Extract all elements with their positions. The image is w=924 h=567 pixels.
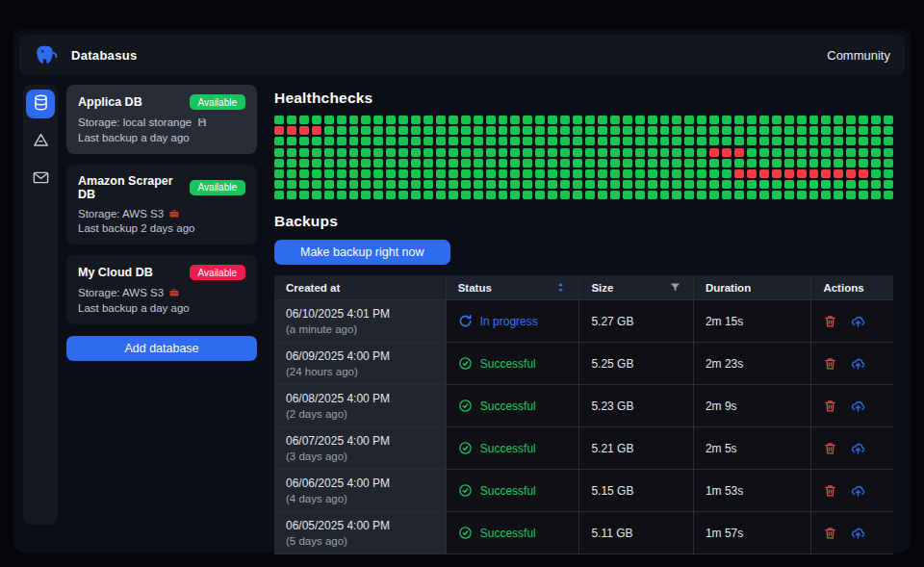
healthcheck-cell-ok: [846, 116, 856, 124]
healthcheck-cell-ok: [884, 148, 893, 157]
healthcheck-cell-ok: [797, 148, 807, 157]
healthcheck-cell-ok: [834, 191, 843, 199]
database-card[interactable]: Applica DBAvailableStorage: local storan…: [66, 85, 257, 154]
healthcheck-cell-ok: [672, 116, 681, 124]
healthcheck-cell-ok: [436, 148, 446, 157]
column-header-status[interactable]: Status: [446, 275, 579, 300]
healthcheck-cell-ok: [424, 116, 433, 124]
healthcheck-cell-ok: [373, 137, 383, 145]
healthcheck-cell-ok: [672, 126, 681, 135]
healthcheck-cell-ok: [287, 116, 296, 124]
healthcheck-cell-ok: [884, 191, 893, 199]
status-cell: Successful: [446, 343, 579, 385]
healthcheck-cell-ok: [722, 191, 732, 199]
size-cell: 5.11 GB: [579, 512, 693, 554]
check-circle-icon: [458, 356, 473, 371]
healthcheck-cell-ok: [274, 159, 284, 168]
healthcheck-cell-ok: [684, 180, 694, 189]
healthcheck-cell-ok: [424, 137, 433, 145]
healthcheck-cell-ok: [324, 126, 334, 135]
make-backup-button[interactable]: Make backup right now: [274, 240, 450, 265]
healthcheck-cell-ok: [722, 137, 732, 145]
healthcheck-cell-ok: [424, 126, 433, 135]
healthcheck-cell-ok: [461, 191, 471, 199]
healthcheck-cell-ok: [598, 148, 607, 157]
healthcheck-cell-ok: [697, 148, 706, 157]
availability-badge: Available: [190, 94, 245, 110]
healthcheck-cell-ok: [499, 169, 508, 178]
healthcheck-cell-ok: [312, 159, 321, 168]
healthcheck-cell-ok: [884, 159, 893, 168]
healthcheck-cell-ok: [623, 191, 632, 199]
healthcheck-cell-ok: [697, 180, 706, 189]
nav-community-link[interactable]: Community: [827, 48, 890, 63]
healthcheck-cell-ok: [784, 137, 794, 145]
healthcheck-cell-ok: [523, 137, 532, 145]
healthcheck-cell-ok: [411, 126, 421, 135]
healthcheck-cell-ok: [697, 137, 706, 145]
healthcheck-cell-ok: [312, 116, 321, 124]
trash-icon[interactable]: [823, 399, 837, 413]
backup-row: 06/06/2025 4:00 PM(4 days ago)Successful…: [274, 470, 893, 512]
healthcheck-cell-failed: [734, 169, 744, 178]
healthcheck-cell-ok: [411, 137, 421, 145]
healthcheck-cell-ok: [759, 126, 769, 135]
status-cell: Successful: [446, 385, 579, 427]
duration-cell: 2m 5s: [693, 427, 811, 470]
trash-icon[interactable]: [823, 526, 837, 540]
trash-icon[interactable]: [823, 441, 837, 455]
filter-funnel-icon[interactable]: [669, 281, 681, 294]
healthcheck-cell-ok: [684, 169, 694, 178]
healthcheck-cell-ok: [648, 159, 657, 168]
trash-icon[interactable]: [823, 483, 837, 498]
healthcheck-cell-ok: [809, 180, 819, 189]
healthcheck-cell-ok: [859, 116, 868, 124]
healthcheck-cell-ok: [635, 126, 645, 135]
database-name: Amazon Scraper DB: [78, 174, 190, 201]
healthcheck-cell-ok: [734, 180, 744, 189]
healthcheck-cell-ok: [560, 180, 570, 189]
healthcheck-cell-ok: [461, 126, 471, 135]
add-database-button[interactable]: Add database: [66, 336, 257, 361]
healthcheck-cell-ok: [859, 126, 868, 135]
cloud-upload-icon[interactable]: [851, 526, 865, 540]
cloud-upload-icon[interactable]: [851, 441, 865, 455]
healthcheck-cell-ok: [809, 191, 819, 199]
healthcheck-cell-ok: [585, 148, 595, 157]
healthcheck-cell-ok: [859, 191, 868, 199]
cloud-upload-icon[interactable]: [851, 399, 865, 413]
healthcheck-cell-ok: [585, 180, 595, 189]
rail-databases-button[interactable]: [26, 90, 55, 118]
rail-drive-button[interactable]: [26, 127, 55, 156]
rail-mail-button[interactable]: [26, 165, 55, 193]
healthcheck-cell-ok: [486, 159, 496, 168]
column-header-size[interactable]: Size: [579, 275, 693, 300]
cloud-upload-icon[interactable]: [851, 356, 865, 371]
healthcheck-cell-ok: [772, 191, 782, 199]
sort-arrows-icon[interactable]: [554, 281, 567, 294]
database-card[interactable]: My Cloud DBAvailableStorage: AWS S3Last …: [66, 255, 257, 324]
healthcheck-cell-ok: [684, 159, 694, 168]
database-card[interactable]: Amazon Scraper DBAvailableStorage: AWS S…: [66, 165, 257, 245]
cloud-upload-icon[interactable]: [851, 314, 865, 328]
healthcheck-cell-ok: [436, 137, 446, 145]
healthcheck-cell-ok: [499, 137, 508, 145]
trash-icon[interactable]: [823, 356, 837, 371]
healthcheck-cell-ok: [312, 191, 321, 199]
healthcheck-cell-ok: [821, 148, 831, 157]
healthchecks-grid: [274, 116, 893, 199]
healthcheck-cell-ok: [499, 148, 508, 157]
healthcheck-cell-ok: [859, 148, 868, 157]
trash-icon[interactable]: [823, 314, 837, 328]
healthcheck-cell-ok: [486, 191, 496, 199]
healthcheck-cell-ok: [697, 126, 706, 135]
healthcheck-cell-ok: [337, 159, 346, 168]
cloud-upload-icon[interactable]: [851, 483, 865, 498]
refresh-icon: [458, 314, 473, 328]
healthcheck-cell-ok: [709, 126, 719, 135]
healthcheck-cell-ok: [871, 126, 881, 135]
healthcheck-cell-ok: [821, 126, 831, 135]
healthcheck-cell-ok: [747, 137, 757, 145]
elephant-logo-icon: [34, 42, 60, 68]
healthcheck-cell-ok: [598, 191, 607, 199]
